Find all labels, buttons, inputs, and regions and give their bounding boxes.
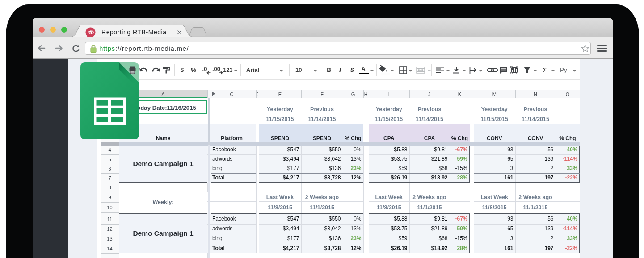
svg-text:rtb: rtb <box>87 29 93 36</box>
